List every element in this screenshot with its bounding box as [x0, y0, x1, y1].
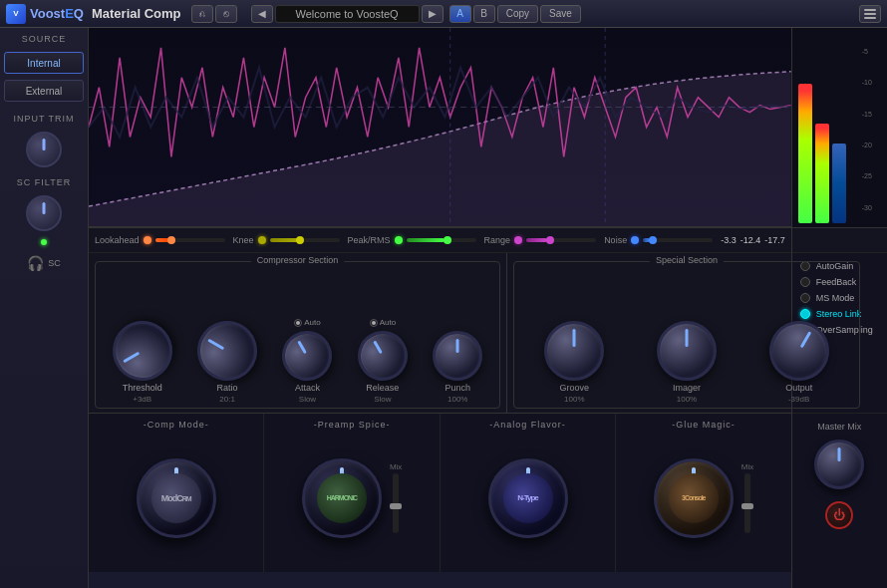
- scale-5: -5: [862, 48, 872, 55]
- range-slider-track[interactable]: [526, 238, 596, 242]
- output-group: Output -39dB: [769, 299, 829, 404]
- release-knob[interactable]: [349, 322, 417, 390]
- source-title: Source: [22, 34, 67, 44]
- compressor-border: Compressor Section Threshold +3dB Ratio: [95, 261, 500, 409]
- threshold-label: Threshold: [123, 383, 162, 393]
- comp-mode-knob[interactable]: ModCRM: [137, 458, 216, 538]
- waveform-display[interactable]: [89, 28, 791, 227]
- prev-preset-button[interactable]: ◀: [251, 5, 273, 23]
- knee-slider-track[interactable]: [270, 238, 340, 242]
- logo-icon: V: [6, 4, 26, 24]
- attack-auto-row: Auto: [294, 318, 320, 327]
- preamp-mix-slider[interactable]: Mix: [390, 462, 402, 533]
- copy-button[interactable]: Copy: [497, 5, 538, 23]
- compressor-section: Compressor Section Threshold +3dB Ratio: [89, 253, 507, 413]
- meter-bars-inner: [798, 34, 858, 223]
- noise-slider-track[interactable]: [643, 238, 713, 242]
- threshold-range: +3dB: [133, 395, 151, 404]
- comp-mode-section: -Comp Mode- ModCRM: [89, 414, 264, 572]
- sidebar: Source Internal External Input Trim SC F…: [0, 28, 89, 588]
- knobs-area: Compressor Section Threshold +3dB Ratio: [89, 253, 791, 413]
- output-knob[interactable]: [758, 310, 840, 392]
- sc-filter-knob[interactable]: [26, 195, 62, 231]
- menu-icon[interactable]: [859, 5, 881, 23]
- ratio-knob[interactable]: [186, 310, 268, 392]
- redo-button[interactable]: ⎋: [215, 5, 237, 23]
- analog-flavor-section: -Analog Flavor- N-Type: [441, 414, 616, 572]
- preamp-spice-knob-area: HARMONIC Mix: [272, 436, 431, 560]
- a-button[interactable]: A: [449, 5, 471, 23]
- title-bar: V VoostEQ Material Comp ⎌ ⎋ ◀ Welcome to…: [0, 0, 887, 28]
- punch-group: Punch 100%: [433, 309, 482, 404]
- release-auto-radio[interactable]: [370, 319, 378, 327]
- preamp-spice-section: -Preamp Spice- HARMONIC Mix: [264, 414, 440, 572]
- noise-control: Noise: [604, 235, 713, 245]
- compressor-title: Compressor Section: [251, 255, 345, 265]
- groove-label: Groove: [560, 383, 590, 393]
- internal-button[interactable]: Internal: [4, 52, 84, 74]
- next-preset-button[interactable]: ▶: [422, 5, 444, 23]
- nav-buttons: ◀ Welcome to VoosteQ ▶: [251, 5, 444, 23]
- meter-bars-group: [798, 32, 858, 223]
- groove-group: Groove 100%: [544, 299, 604, 404]
- glue-mix-thumb: [741, 503, 753, 509]
- master-mix-knob[interactable]: [814, 440, 864, 489]
- glue-magic-title: -Glue Magic-: [624, 420, 782, 430]
- ab-buttons: A B: [449, 5, 495, 23]
- analog-flavor-knob-area: N-Type: [448, 436, 607, 560]
- external-button[interactable]: External: [4, 80, 84, 102]
- undo-button[interactable]: ⎌: [191, 5, 213, 23]
- glue-magic-logo: 3Console: [682, 494, 706, 501]
- analog-flavor-knob[interactable]: N-Type: [488, 458, 568, 538]
- controls-bar-right: [792, 227, 887, 253]
- power-button[interactable]: ⏻: [825, 501, 853, 529]
- preamp-mix-track[interactable]: [393, 473, 399, 533]
- threshold-knob[interactable]: [102, 310, 183, 392]
- lookahead-slider-track[interactable]: [155, 238, 225, 242]
- ratio-label: Ratio: [217, 383, 238, 393]
- threshold-group: Threshold +3dB: [113, 321, 172, 404]
- attack-group: Auto Attack Slow: [282, 318, 332, 404]
- headphone-row: 🎧 SC: [27, 255, 61, 271]
- punch-range: 100%: [447, 395, 467, 404]
- knee-control: Knee: [233, 235, 340, 245]
- input-trim-knob[interactable]: [26, 132, 62, 167]
- b-button[interactable]: B: [473, 5, 495, 23]
- attack-auto-label: Auto: [304, 318, 320, 327]
- scale-20: -20: [862, 142, 872, 148]
- release-label: Release: [366, 383, 399, 393]
- knee-label: Knee: [233, 235, 254, 245]
- bottom-right: Master Mix ⏻: [792, 413, 887, 588]
- punch-knob[interactable]: [433, 331, 482, 381]
- output-label: Output: [785, 383, 812, 393]
- attack-auto-radio[interactable]: [294, 319, 302, 327]
- imager-group: Imager 100%: [657, 299, 717, 404]
- range-control: Range: [484, 235, 597, 245]
- waveform-svg: [89, 28, 791, 226]
- preamp-spice-inner: HARMONIC: [317, 473, 367, 523]
- release-auto-label: Auto: [380, 318, 396, 327]
- ratio-range: 20:1: [219, 395, 235, 404]
- comp-mode-logo: ModCRM: [161, 493, 191, 503]
- meter-scale: -5 -10 -15 -20 -25 -30: [862, 32, 872, 223]
- sc-label: SC: [48, 258, 61, 268]
- range-label: Range: [484, 235, 511, 245]
- preamp-spice-knob[interactable]: HARMONIC: [302, 458, 382, 538]
- attack-knob[interactable]: [273, 322, 341, 390]
- groove-knob[interactable]: [544, 321, 604, 381]
- save-button[interactable]: Save: [540, 5, 581, 23]
- attack-range: Slow: [299, 395, 316, 404]
- preset-display: Welcome to VoosteQ: [275, 5, 420, 23]
- glue-mix-slider[interactable]: Mix: [741, 462, 753, 533]
- release-range: Slow: [374, 395, 391, 404]
- logo-text: VoostEQ: [30, 6, 84, 21]
- preamp-mix-thumb: [390, 503, 402, 509]
- glue-magic-knob[interactable]: 3Console: [654, 458, 734, 538]
- comp-mode-knob-area: ModCRM: [97, 436, 255, 560]
- glue-mix-track[interactable]: [744, 473, 750, 533]
- imager-knob[interactable]: [657, 321, 717, 381]
- peakrms-slider-track[interactable]: [407, 238, 476, 242]
- scale-10: -10: [862, 79, 872, 86]
- logo: V VoostEQ: [6, 4, 84, 24]
- lookahead-label: Lookahead: [95, 235, 140, 245]
